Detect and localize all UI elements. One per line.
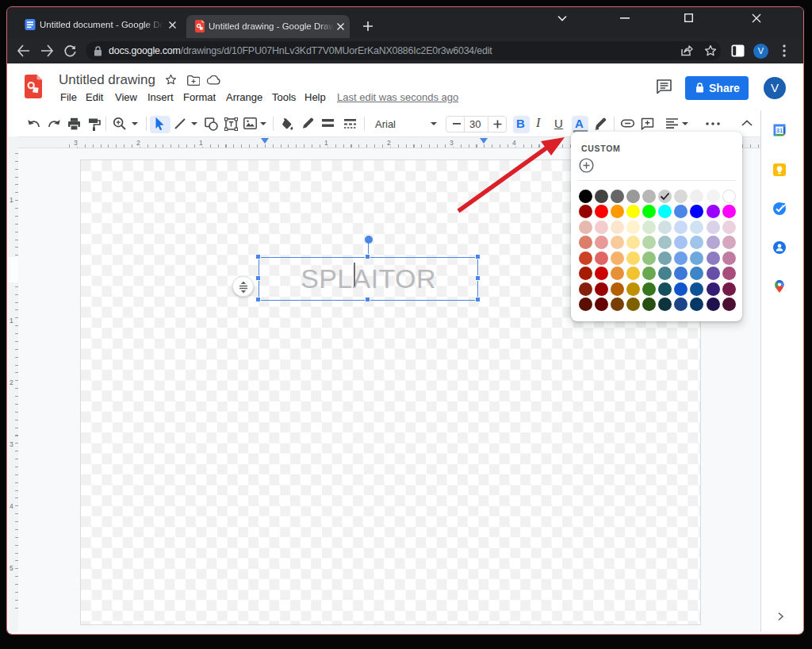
svg-text:31: 31	[776, 127, 783, 134]
